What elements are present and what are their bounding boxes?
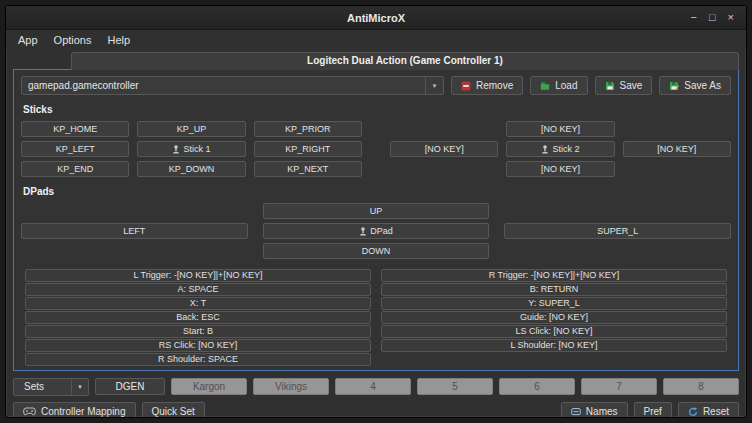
- sets-label: Sets: [24, 381, 44, 392]
- reset-icon: [688, 407, 698, 417]
- joystick-icon: [541, 145, 549, 154]
- set-tab-6[interactable]: 6: [499, 378, 575, 395]
- save-as-button[interactable]: Save As: [659, 76, 731, 95]
- names-label: Names: [586, 406, 618, 417]
- assignments-left-column: L Trigger: -[NO KEY]|+[NO KEY] A: SPACE …: [25, 269, 371, 366]
- dpads-section-label: DPads: [23, 186, 731, 197]
- open-folder-icon: [540, 81, 550, 91]
- set-tab-dgen[interactable]: DGEN: [95, 378, 165, 395]
- load-label: Load: [555, 80, 577, 91]
- maximize-icon[interactable]: □: [709, 12, 716, 23]
- stick2-grid: [NO KEY] [NO KEY] Stick 2 [NO KEY] [NO K…: [390, 121, 731, 177]
- stick1-up-left-button[interactable]: KP_HOME: [21, 121, 129, 137]
- save-label: Save: [620, 80, 643, 91]
- stick2-down-button[interactable]: [NO KEY]: [506, 161, 614, 177]
- r-trigger-button[interactable]: R Trigger: -[NO KEY]|+[NO KEY]: [381, 269, 727, 282]
- stick1-down-button[interactable]: KP_DOWN: [137, 161, 245, 177]
- stick1-button[interactable]: Stick 1: [137, 141, 245, 157]
- desktop-background: AntiMicroX − □ × App Options Help Logite…: [0, 0, 752, 423]
- stick1-grid: KP_HOME KP_UP KP_PRIOR KP_LEFT Stick 1 K…: [21, 121, 362, 177]
- menu-help[interactable]: Help: [100, 32, 139, 48]
- controller-mapping-button[interactable]: Controller Mapping: [13, 402, 136, 418]
- remove-label: Remove: [476, 80, 513, 91]
- save-icon: [605, 81, 615, 91]
- window-title: AntiMicroX: [6, 12, 746, 24]
- chevron-down-icon: ▼: [71, 379, 88, 395]
- ls-click-button[interactable]: LS Click: [NO KEY]: [381, 325, 727, 338]
- button-assignments: L Trigger: -[NO KEY]|+[NO KEY] A: SPACE …: [21, 269, 731, 366]
- menu-options[interactable]: Options: [46, 32, 100, 48]
- dpad-down-button[interactable]: DOWN: [263, 243, 490, 259]
- profile-row: gamepad.gamecontroller ▼ Remove Load: [21, 76, 731, 95]
- load-button[interactable]: Load: [530, 76, 587, 95]
- set-tab-4[interactable]: 4: [335, 378, 411, 395]
- sets-menu-button[interactable]: Sets ▼: [13, 378, 89, 396]
- profile-combobox-value: gamepad.gamecontroller: [28, 80, 425, 91]
- stick2-up-button[interactable]: [NO KEY]: [506, 121, 614, 137]
- save-as-icon: [669, 81, 679, 91]
- l-trigger-button[interactable]: L Trigger: -[NO KEY]|+[NO KEY]: [25, 269, 371, 282]
- dpad-up-button[interactable]: UP: [263, 203, 490, 219]
- b-button[interactable]: B: RETURN: [381, 283, 727, 296]
- dpad-label: DPad: [370, 226, 393, 236]
- menu-app[interactable]: App: [10, 32, 46, 48]
- stick1-left-button[interactable]: KP_LEFT: [21, 141, 129, 157]
- set-tab-vikings[interactable]: Vikings: [253, 378, 329, 395]
- set-tab-8[interactable]: 8: [663, 378, 739, 395]
- sets-row: Sets ▼ DGEN Kargon Vikings 4 5 6 7 8: [6, 371, 746, 399]
- dpad-grid: UP LEFT DPad SUPER_L DOWN: [21, 203, 731, 259]
- gamepad-icon: [23, 407, 36, 416]
- window-controls: − □ ×: [690, 12, 746, 23]
- antimicrox-window: AntiMicroX − □ × App Options Help Logite…: [5, 5, 747, 418]
- controller-pane: gamepad.gamecontroller ▼ Remove Load: [13, 69, 739, 371]
- dpad-button[interactable]: DPad: [263, 223, 490, 239]
- stick1-down-left-button[interactable]: KP_END: [21, 161, 129, 177]
- reset-button[interactable]: Reset: [678, 402, 739, 418]
- minimize-icon[interactable]: −: [690, 12, 696, 23]
- guide-button[interactable]: Guide: [NO KEY]: [381, 311, 727, 324]
- profile-combobox[interactable]: gamepad.gamecontroller ▼: [21, 76, 444, 95]
- chevron-down-icon: ▼: [425, 77, 443, 94]
- set-tab-7[interactable]: 7: [581, 378, 657, 395]
- joystick-icon: [172, 145, 180, 154]
- a-button[interactable]: A: SPACE: [25, 283, 371, 296]
- stick2-button[interactable]: Stick 2: [506, 141, 614, 157]
- l-shoulder-button[interactable]: L Shoulder: [NO KEY]: [381, 339, 727, 352]
- stick1-up-button[interactable]: KP_UP: [137, 121, 245, 137]
- names-button[interactable]: Names: [561, 402, 628, 418]
- start-button[interactable]: Start: B: [25, 325, 371, 338]
- tag-icon: [571, 407, 581, 416]
- pref-button[interactable]: Pref: [634, 402, 672, 418]
- back-button[interactable]: Back: ESC: [25, 311, 371, 324]
- r-shoulder-button[interactable]: R Shoulder: SPACE: [25, 353, 371, 366]
- titlebar[interactable]: AntiMicroX − □ ×: [6, 6, 746, 30]
- remove-button[interactable]: Remove: [451, 76, 523, 95]
- stick1-up-right-button[interactable]: KP_PRIOR: [254, 121, 362, 137]
- set-tab-kargon[interactable]: Kargon: [171, 378, 247, 395]
- quick-set-button[interactable]: Quick Set: [142, 402, 205, 418]
- stick2-right-button[interactable]: [NO KEY]: [623, 141, 731, 157]
- save-as-label: Save As: [684, 80, 721, 91]
- joystick-icon: [359, 227, 367, 236]
- reset-label: Reset: [703, 406, 729, 417]
- stick2-label: Stick 2: [552, 144, 579, 154]
- stick1-down-right-button[interactable]: KP_NEXT: [254, 161, 362, 177]
- remove-icon: [461, 81, 471, 91]
- stick2-left-button[interactable]: [NO KEY]: [390, 141, 498, 157]
- stick1-right-button[interactable]: KP_RIGHT: [254, 141, 362, 157]
- controller-mapping-label: Controller Mapping: [41, 406, 126, 417]
- save-button[interactable]: Save: [595, 76, 653, 95]
- tab-controller[interactable]: Logitech Dual Action (Game Controller 1): [71, 52, 739, 70]
- stick1-label: Stick 1: [183, 144, 210, 154]
- sticks-area: KP_HOME KP_UP KP_PRIOR KP_LEFT Stick 1 K…: [21, 121, 731, 177]
- controller-tabbar: Logitech Dual Action (Game Controller 1): [13, 52, 739, 69]
- y-button[interactable]: Y: SUPER_L: [381, 297, 727, 310]
- menubar: App Options Help: [6, 30, 746, 50]
- set-tab-5[interactable]: 5: [417, 378, 493, 395]
- dpad-left-button[interactable]: LEFT: [21, 223, 248, 239]
- close-icon[interactable]: ×: [728, 12, 734, 23]
- dpad-right-button[interactable]: SUPER_L: [504, 223, 731, 239]
- rs-click-button[interactable]: RS Click: [NO KEY]: [25, 339, 371, 352]
- sticks-section-label: Sticks: [23, 104, 731, 115]
- x-button[interactable]: X: T: [25, 297, 371, 310]
